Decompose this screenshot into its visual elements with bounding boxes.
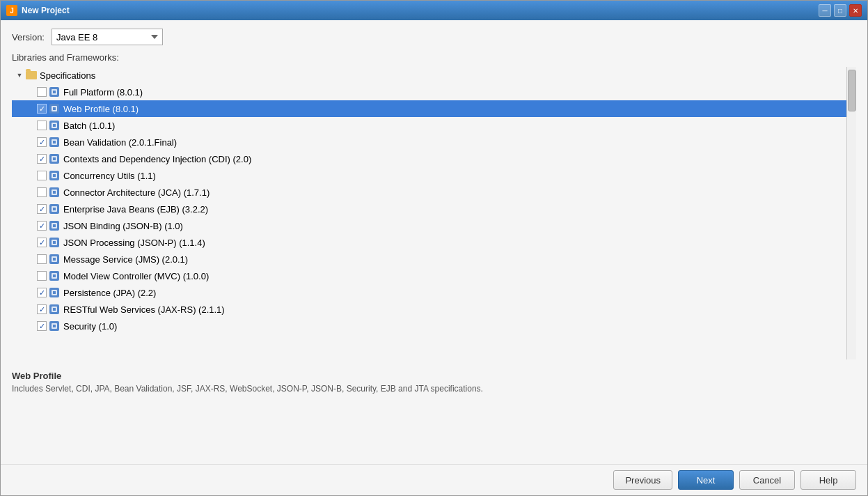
module-icon-container: [49, 221, 61, 231]
list-item[interactable]: Web Profile (8.0.1): [12, 100, 846, 117]
tree-container[interactable]: ▼ Specifications Full Platform (8.0.1) W…: [12, 67, 846, 359]
version-select[interactable]: Java EE 8 Java EE 7 Java EE 6: [52, 29, 163, 45]
previous-button[interactable]: Previous: [613, 470, 672, 490]
bottom-bar: Previous Next Cancel Help: [1, 464, 867, 495]
list-item[interactable]: Persistence (JPA) (2.2): [12, 284, 846, 301]
checkbox-security[interactable]: [37, 321, 47, 331]
item-label: Enterprise Java Beans (EJB) (3.2.2): [63, 204, 208, 215]
folder-icon: [26, 71, 37, 79]
list-item[interactable]: Concurrency Utils (1.1): [12, 167, 846, 184]
next-button[interactable]: Next: [678, 470, 734, 490]
specifications-group[interactable]: ▼ Specifications: [12, 67, 846, 84]
description-area: Web Profile Includes Servlet, CDI, JPA, …: [12, 366, 856, 408]
list-item[interactable]: Batch (1.0.1): [12, 117, 846, 134]
version-row: Version: Java EE 8 Java EE 7 Java EE 6: [12, 29, 856, 45]
group-label: Specifications: [40, 70, 95, 81]
list-item[interactable]: JSON Processing (JSON-P) (1.1.4): [12, 234, 846, 251]
app-icon: J: [6, 5, 17, 16]
item-label: Security (1.0): [63, 321, 117, 332]
description-title: Web Profile: [12, 371, 856, 381]
checkbox-json-processing[interactable]: [37, 238, 47, 247]
folder-icon-container: [26, 70, 37, 80]
list-item[interactable]: Enterprise Java Beans (EJB) (3.2.2): [12, 201, 846, 217]
checkbox-cdi[interactable]: [37, 154, 47, 164]
checkbox-concurrency[interactable]: [37, 171, 47, 180]
tree-scrollable-area: ▼ Specifications Full Platform (8.0.1) W…: [12, 67, 856, 359]
item-label: Full Platform (8.0.1): [63, 87, 143, 98]
title-bar-controls: ─ □ ✕: [819, 4, 862, 17]
module-icon-container: [49, 238, 61, 247]
item-label: RESTful Web Services (JAX-RS) (2.1.1): [63, 304, 225, 315]
item-label: Connector Architecture (JCA) (1.7.1): [63, 187, 210, 198]
module-icon-container: [49, 304, 61, 314]
module-icon-container: [49, 204, 61, 214]
cancel-button[interactable]: Cancel: [739, 470, 795, 490]
item-label: JSON Processing (JSON-P) (1.1.4): [63, 238, 205, 248]
list-item[interactable]: Security (1.0): [12, 318, 846, 334]
scrollbar-thumb[interactable]: [848, 70, 856, 111]
version-label: Version:: [12, 32, 45, 42]
module-icon-container: [49, 288, 61, 297]
list-item[interactable]: Message Service (JMS) (2.0.1): [12, 251, 846, 268]
checkbox-jca[interactable]: [37, 187, 47, 197]
module-icon-container: [49, 271, 61, 281]
checkbox-full-platform[interactable]: [37, 87, 47, 97]
main-content: Version: Java EE 8 Java EE 7 Java EE 6 L…: [1, 20, 867, 464]
item-label: Web Profile (8.0.1): [63, 104, 139, 114]
checkbox-jms[interactable]: [37, 254, 47, 264]
checkbox-jax-rs[interactable]: [37, 304, 47, 314]
module-icon-container: [49, 154, 61, 164]
minimize-button[interactable]: ─: [819, 4, 831, 17]
close-button[interactable]: ✕: [849, 4, 862, 17]
checkbox-ejb[interactable]: [37, 204, 47, 214]
libraries-label: Libraries and Frameworks:: [12, 52, 856, 63]
module-icon-container: [49, 137, 61, 147]
checkbox-mvc[interactable]: [37, 271, 47, 281]
module-icon-container: [49, 321, 61, 331]
help-button[interactable]: Help: [800, 470, 856, 490]
item-label: JSON Binding (JSON-B) (1.0): [63, 221, 183, 231]
title-bar: J New Project ─ □ ✕: [1, 1, 867, 20]
list-item[interactable]: Full Platform (8.0.1): [12, 84, 846, 100]
item-label: Bean Validation (2.0.1.Final): [63, 137, 177, 148]
item-label: Concurrency Utils (1.1): [63, 171, 156, 181]
item-label: Persistence (JPA) (2.2): [63, 288, 156, 298]
checkbox-web-profile[interactable]: [37, 104, 47, 114]
list-item[interactable]: Model View Controller (MVC) (1.0.0): [12, 268, 846, 284]
list-item[interactable]: RESTful Web Services (JAX-RS) (2.1.1): [12, 301, 846, 318]
list-item[interactable]: Bean Validation (2.0.1.Final): [12, 134, 846, 150]
checkbox-jpa[interactable]: [37, 288, 47, 297]
module-icon-container: [49, 171, 61, 180]
maximize-button[interactable]: □: [834, 4, 846, 17]
item-label: Contexts and Dependency Injection (CDI) …: [63, 154, 251, 164]
new-project-window: J New Project ─ □ ✕ Version: Java EE 8 J…: [0, 0, 868, 496]
chevron-down-icon: ▼: [15, 70, 24, 80]
module-icon-container: [49, 254, 61, 264]
window-title: New Project: [22, 6, 70, 15]
checkbox-json-binding[interactable]: [37, 221, 47, 231]
item-label: Batch (1.0.1): [63, 121, 115, 131]
checkbox-bean-validation[interactable]: [37, 137, 47, 147]
list-item[interactable]: JSON Binding (JSON-B) (1.0): [12, 217, 846, 234]
description-text: Includes Servlet, CDI, JPA, Bean Validat…: [12, 384, 856, 394]
item-label: Message Service (JMS) (2.0.1): [63, 254, 188, 265]
vertical-scrollbar[interactable]: [846, 67, 856, 359]
module-icon-container: [49, 187, 61, 197]
module-icon-container: [49, 87, 61, 97]
list-item[interactable]: Connector Architecture (JCA) (1.7.1): [12, 184, 846, 201]
module-icon-container: [49, 121, 61, 130]
list-item[interactable]: Contexts and Dependency Injection (CDI) …: [12, 150, 846, 167]
checkbox-batch[interactable]: [37, 121, 47, 130]
item-label: Model View Controller (MVC) (1.0.0): [63, 271, 209, 281]
module-icon-container: [49, 104, 61, 114]
